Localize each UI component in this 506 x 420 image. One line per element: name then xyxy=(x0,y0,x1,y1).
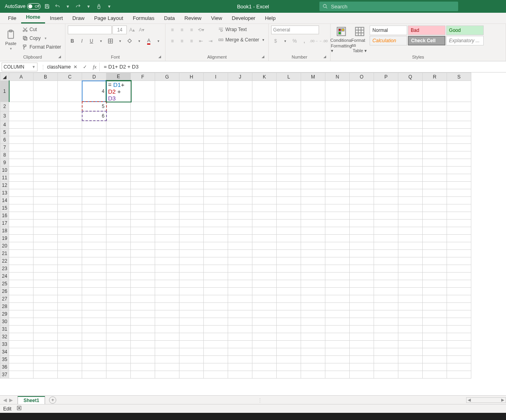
cell-K13[interactable] xyxy=(252,189,277,196)
row-header-25[interactable]: 25 xyxy=(0,280,9,287)
align-left-icon[interactable]: ≡ xyxy=(168,37,177,45)
cell-H12[interactable] xyxy=(179,181,204,189)
cell-M26[interactable] xyxy=(301,287,325,295)
cell-K7[interactable] xyxy=(252,143,277,151)
cell-A7[interactable] xyxy=(9,143,33,151)
cell-S33[interactable] xyxy=(447,340,471,348)
cell-L10[interactable] xyxy=(277,166,301,174)
cell-S26[interactable] xyxy=(447,287,471,295)
cell-I5[interactable] xyxy=(204,128,228,136)
cell-P34[interactable] xyxy=(374,348,398,355)
cell-M20[interactable] xyxy=(301,242,325,249)
search-box[interactable] xyxy=(319,2,458,11)
cell-I17[interactable] xyxy=(204,219,228,227)
cell-O18[interactable] xyxy=(350,227,374,234)
cell-K19[interactable] xyxy=(252,234,277,242)
cell-J23[interactable] xyxy=(228,265,252,272)
cell-B25[interactable] xyxy=(33,280,58,287)
cell-I2[interactable] xyxy=(204,102,228,111)
cell-I12[interactable] xyxy=(204,181,228,189)
cell-O33[interactable] xyxy=(350,340,374,348)
cell-H16[interactable] xyxy=(179,212,204,219)
cell-H25[interactable] xyxy=(179,280,204,287)
cell-I14[interactable] xyxy=(204,196,228,204)
cell-C19[interactable] xyxy=(58,234,82,242)
row-header-32[interactable]: 32 xyxy=(0,333,9,340)
column-header-P[interactable]: P xyxy=(374,73,398,81)
row-header-10[interactable]: 10 xyxy=(0,166,9,174)
cell-G14[interactable] xyxy=(155,196,179,204)
cell-R21[interactable] xyxy=(423,249,447,257)
cell-G8[interactable] xyxy=(155,151,179,159)
cell-S20[interactable] xyxy=(447,242,471,249)
cell-D20[interactable] xyxy=(82,242,106,249)
row-header-35[interactable]: 35 xyxy=(0,355,9,363)
cell-R36[interactable] xyxy=(423,363,447,371)
font-color-dropdown[interactable]: ▾ xyxy=(154,37,163,45)
cell-G34[interactable] xyxy=(155,348,179,355)
cell-N26[interactable] xyxy=(325,287,350,295)
cell-A25[interactable] xyxy=(9,280,33,287)
cell-B24[interactable] xyxy=(33,272,58,280)
style-calculation[interactable]: Calculation xyxy=(370,36,407,45)
tab-home[interactable]: Home xyxy=(21,12,45,24)
redo-dropdown-icon[interactable]: ▾ xyxy=(85,2,93,10)
cell-R11[interactable] xyxy=(423,174,447,181)
cell-O24[interactable] xyxy=(350,272,374,280)
cell-Q15[interactable] xyxy=(398,204,423,212)
cell-J5[interactable] xyxy=(228,128,252,136)
cell-I18[interactable] xyxy=(204,227,228,234)
cell-O13[interactable] xyxy=(350,189,374,196)
sheet-tab-active[interactable]: Sheet1 xyxy=(18,396,45,404)
cell-A6[interactable] xyxy=(9,136,33,143)
cell-S15[interactable] xyxy=(447,204,471,212)
cell-K17[interactable] xyxy=(252,219,277,227)
cell-M15[interactable] xyxy=(301,204,325,212)
cell-I7[interactable] xyxy=(204,143,228,151)
cell-J17[interactable] xyxy=(228,219,252,227)
row-header-33[interactable]: 33 xyxy=(0,340,9,348)
cell-K15[interactable] xyxy=(252,204,277,212)
cell-Q27[interactable] xyxy=(398,295,423,302)
cell-S18[interactable] xyxy=(447,227,471,234)
cell-P17[interactable] xyxy=(374,219,398,227)
cell-S6[interactable] xyxy=(447,136,471,143)
cell-F6[interactable] xyxy=(131,136,155,143)
cell-F13[interactable] xyxy=(131,189,155,196)
cell-F29[interactable] xyxy=(131,310,155,318)
cell-A36[interactable] xyxy=(9,363,33,371)
cell-H26[interactable] xyxy=(179,287,204,295)
cell-N10[interactable] xyxy=(325,166,350,174)
cell-E4[interactable] xyxy=(106,121,131,128)
cell-F7[interactable] xyxy=(131,143,155,151)
row-header-37[interactable]: 37 xyxy=(0,371,9,378)
cell-F5[interactable] xyxy=(131,128,155,136)
cell-L6[interactable] xyxy=(277,136,301,143)
new-sheet-button[interactable]: + xyxy=(49,396,56,404)
cell-N18[interactable] xyxy=(325,227,350,234)
cell-P10[interactable] xyxy=(374,166,398,174)
cell-D35[interactable] xyxy=(82,355,106,363)
cell-R30[interactable] xyxy=(423,318,447,325)
cell-O12[interactable] xyxy=(350,181,374,189)
cell-P8[interactable] xyxy=(374,151,398,159)
cell-O5[interactable] xyxy=(350,128,374,136)
borders-dropdown[interactable]: ▾ xyxy=(116,37,124,45)
row-header-29[interactable]: 29 xyxy=(0,310,9,318)
cell-N5[interactable] xyxy=(325,128,350,136)
cell-H18[interactable] xyxy=(179,227,204,234)
cell-B35[interactable] xyxy=(33,355,58,363)
cell-A31[interactable] xyxy=(9,325,33,333)
cell-G15[interactable] xyxy=(155,204,179,212)
fill-dropdown[interactable]: ▾ xyxy=(135,37,144,45)
cell-P36[interactable] xyxy=(374,363,398,371)
cell-R1[interactable] xyxy=(423,81,447,102)
cell-R34[interactable] xyxy=(423,348,447,355)
cell-O20[interactable] xyxy=(350,242,374,249)
cell-P21[interactable] xyxy=(374,249,398,257)
row-header-21[interactable]: 21 xyxy=(0,249,9,257)
cell-C22[interactable] xyxy=(58,257,82,265)
row-header-3[interactable]: 3 xyxy=(0,111,9,121)
cell-K32[interactable] xyxy=(252,333,277,340)
cell-H6[interactable] xyxy=(179,136,204,143)
